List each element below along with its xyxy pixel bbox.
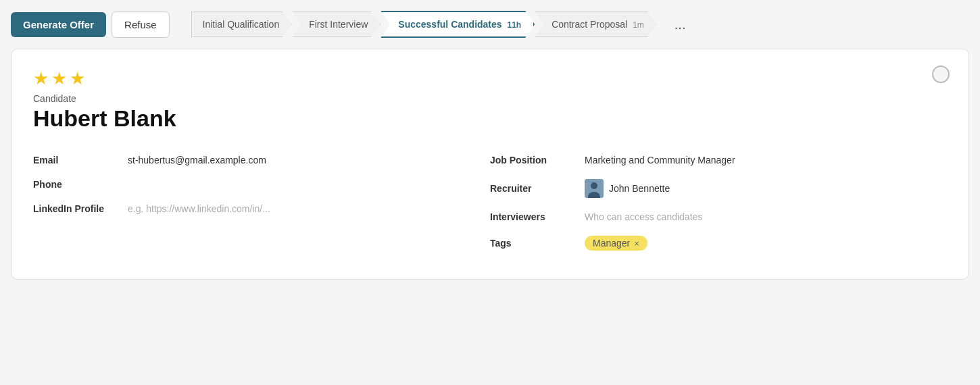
candidate-form: Emailst-hubertus@gmail.example.comPhoneL… bbox=[33, 148, 947, 257]
stage-label-contract-proposal: Contract Proposal 1m bbox=[535, 11, 657, 37]
stage-label-first-interview: First Interview bbox=[292, 11, 381, 37]
stage-badge-successful-candidates: 11h bbox=[508, 20, 522, 30]
stage-badge-contract-proposal: 1m bbox=[633, 20, 644, 30]
right-column: Job PositionMarketing and Community Mana… bbox=[490, 148, 947, 257]
right-field-value-0[interactable]: Marketing and Community Manager bbox=[585, 155, 947, 165]
candidate-label: Candidate bbox=[33, 93, 947, 104]
left-column: Emailst-hubertus@gmail.example.comPhoneL… bbox=[33, 148, 490, 257]
card-radio-button[interactable] bbox=[932, 66, 950, 83]
refuse-button[interactable]: Refuse bbox=[112, 11, 170, 38]
right-field-label-0: Job Position bbox=[490, 155, 585, 165]
pipeline-stage-contract-proposal[interactable]: Contract Proposal 1m bbox=[535, 11, 657, 37]
candidate-name: Hubert Blank bbox=[33, 105, 947, 132]
field-label-1: Phone bbox=[33, 179, 128, 190]
right-field-value-1[interactable]: John Bennette bbox=[585, 179, 947, 198]
field-value-0[interactable]: st-hubertus@gmail.example.com bbox=[128, 155, 490, 165]
field-row-phone: Phone bbox=[33, 172, 490, 197]
right-field-value-3[interactable]: Manager× bbox=[585, 236, 947, 251]
field-label-0: Email bbox=[33, 155, 128, 165]
svg-point-1 bbox=[591, 182, 597, 189]
field-row-right-interviewers: InterviewersWho can access candidates bbox=[490, 205, 947, 229]
tag-label: Manager bbox=[593, 238, 630, 249]
field-label-2: LinkedIn Profile bbox=[33, 203, 128, 214]
right-field-label-1: Recruiter bbox=[490, 183, 585, 194]
recruiter-name: John Bennette bbox=[609, 183, 670, 194]
field-row-right-tags: TagsManager× bbox=[490, 229, 947, 257]
recruiter-row: John Bennette bbox=[585, 179, 947, 198]
stage-label-initial-qualification: Initial Qualification bbox=[191, 11, 293, 37]
field-row-right-recruiter: Recruiter John Bennette bbox=[490, 172, 947, 205]
field-row-right-job-position: Job PositionMarketing and Community Mana… bbox=[490, 148, 947, 172]
pipeline: Initial QualificationFirst InterviewSucc… bbox=[191, 11, 657, 38]
star-rating[interactable]: ★★★ bbox=[33, 68, 947, 89]
star-3[interactable]: ★ bbox=[70, 68, 85, 89]
toolbar: Generate Offer Refuse Initial Qualificat… bbox=[11, 11, 969, 38]
candidate-card: ★★★ Candidate Hubert Blank Emailst-huber… bbox=[11, 49, 969, 280]
more-stages-button[interactable]: ... bbox=[668, 13, 693, 36]
right-field-value-2[interactable]: Who can access candidates bbox=[585, 211, 947, 222]
star-1[interactable]: ★ bbox=[33, 68, 49, 89]
field-row-email: Emailst-hubertus@gmail.example.com bbox=[33, 148, 490, 172]
pipeline-stage-initial-qualification[interactable]: Initial Qualification bbox=[191, 11, 293, 37]
recruiter-avatar bbox=[585, 179, 604, 198]
star-2[interactable]: ★ bbox=[51, 68, 67, 89]
pipeline-stage-first-interview[interactable]: First Interview bbox=[292, 11, 381, 37]
field-row-linkedin-profile: LinkedIn Profilee.g. https://www.linkedi… bbox=[33, 197, 490, 221]
field-value-2[interactable]: e.g. https://www.linkedin.com/in/... bbox=[128, 203, 490, 214]
stage-label-successful-candidates: Successful Candidates 11h bbox=[381, 11, 535, 38]
right-field-label-2: Interviewers bbox=[490, 211, 585, 222]
right-field-label-3: Tags bbox=[490, 238, 585, 249]
generate-offer-button[interactable]: Generate Offer bbox=[11, 12, 106, 37]
manager-tag[interactable]: Manager× bbox=[585, 236, 647, 251]
tag-close-button[interactable]: × bbox=[634, 238, 639, 249]
pipeline-stage-successful-candidates[interactable]: Successful Candidates 11h bbox=[381, 11, 535, 38]
